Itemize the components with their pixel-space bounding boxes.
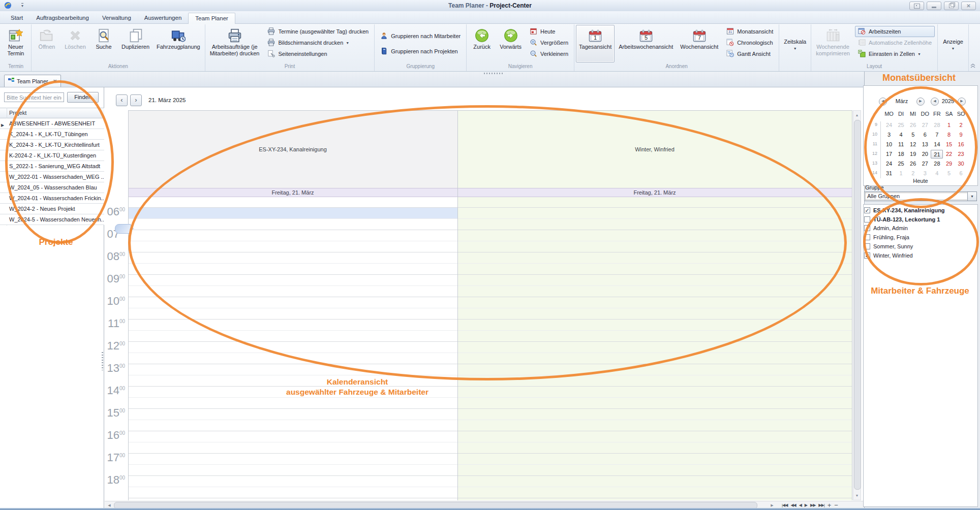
- resource-checkbox[interactable]: [864, 225, 870, 231]
- arbeitsauftr-ge-je-mitarbeiter-drucken-button[interactable]: Arbeitsaufträge (jeMitarbeiter) drucken: [207, 25, 263, 62]
- resource-row[interactable]: Sommer, Sunny: [864, 242, 977, 251]
- vscroll-thumb[interactable]: [854, 120, 861, 490]
- navigator-button[interactable]: ◀◀: [790, 503, 795, 507]
- project-row[interactable]: K_2024-1 - K_LK-TÜ_Tübingen: [0, 129, 104, 140]
- calendar-day-cell[interactable]: 9: [955, 131, 967, 139]
- automatische-zellenh-he-button[interactable]: Automatische Zellenhöhe: [855, 37, 935, 48]
- resource-header-employee[interactable]: Winter, Winfried: [457, 110, 852, 188]
- resource-checkbox[interactable]: [864, 216, 870, 222]
- calendar-vscrollbar[interactable]: ▲ ▼: [853, 110, 861, 500]
- screenshot-button[interactable]: [909, 2, 924, 10]
- resource-checkbox[interactable]: ✓: [864, 252, 870, 259]
- navigator-button[interactable]: ◀: [799, 503, 802, 507]
- calendar-day-cell[interactable]: 1: [943, 121, 955, 130]
- panel-splitter-grip[interactable]: [102, 352, 103, 370]
- collapse-ribbon-icon[interactable]: [969, 62, 976, 68]
- calendar-day-cell[interactable]: 25: [895, 121, 907, 130]
- arbeitszeiten-button[interactable]: Arbeitszeiten: [855, 26, 935, 37]
- ribbon-tab-verwaltung[interactable]: Verwaltung: [96, 13, 138, 23]
- resource-row[interactable]: Admin, Admin: [864, 224, 977, 233]
- scroll-up-icon[interactable]: ▲: [853, 111, 861, 119]
- calendar-day-cell[interactable]: 6: [919, 131, 931, 139]
- project-row[interactable]: W_2022-01 - Wasserschaden_WEG ...: [0, 172, 104, 182]
- find-button[interactable]: Finden: [67, 92, 99, 103]
- calendar-day-cell[interactable]: 11: [895, 140, 907, 149]
- ribbon-tab-auftragsbearbeitung[interactable]: Auftragsbearbeitung: [29, 13, 96, 23]
- seiteneinstellungen-button[interactable]: Seiteneinstellungen: [264, 48, 372, 59]
- calendar-day-cell[interactable]: 3: [919, 169, 931, 178]
- project-row[interactable]: K_2024-3 - K_LK-TÜ_Kirchtellinsfurt: [0, 140, 104, 150]
- resource-row[interactable]: Frühling, Fraja: [864, 233, 977, 242]
- monatsansicht-button[interactable]: 31Monatsansicht: [723, 26, 776, 37]
- calendar-day-cell[interactable]: 14: [931, 140, 943, 149]
- calendar-day-cell[interactable]: 28: [931, 160, 943, 168]
- resource-checkbox[interactable]: [864, 234, 870, 240]
- group-filter-combobox[interactable]: Alle Gruppen ▼: [864, 192, 977, 201]
- calendar-day-cell[interactable]: 23: [955, 150, 967, 158]
- gantt-ansicht-button[interactable]: Gantt Ansicht: [723, 48, 776, 59]
- calendar-day-cell[interactable]: 2: [907, 169, 919, 178]
- calendar-day-cell[interactable]: 10: [883, 140, 895, 149]
- calendar-day-cell[interactable]: 17: [883, 150, 895, 158]
- project-column-header[interactable]: Projekt: [0, 108, 104, 118]
- navigator-button[interactable]: ▶▶|: [818, 503, 824, 507]
- calendar-day-cell[interactable]: 31: [883, 169, 895, 178]
- calendar-column-vehicle[interactable]: [128, 197, 457, 500]
- calendar-day-cell[interactable]: 21: [931, 150, 943, 158]
- time-marker-flag[interactable]: [115, 224, 131, 234]
- chevron-down-icon[interactable]: ▼: [967, 192, 976, 201]
- day-header-vehicle[interactable]: Freitag, 21. März: [128, 188, 457, 197]
- zur-ck-button[interactable]: Zurück: [468, 25, 496, 62]
- resource-row[interactable]: ✓Winter, Winfried: [864, 251, 977, 260]
- restore-button[interactable]: [944, 2, 959, 10]
- resource-row[interactable]: ✓ES-XY-234, Kanalreinigung: [864, 206, 977, 215]
- calendar-next-button[interactable]: ›: [130, 94, 142, 106]
- day-header-employee[interactable]: Freitag, 21. März: [457, 188, 852, 197]
- calendar-day-cell[interactable]: 24: [883, 121, 895, 130]
- vorw-rts-button[interactable]: Vorwärts: [497, 25, 525, 62]
- anzeige-button[interactable]: Anzeige▼: [939, 25, 967, 62]
- calendar-prev-button[interactable]: ‹: [116, 94, 128, 106]
- gruppieren-nach-mitarbeiter-button[interactable]: Gruppieren nach Mitarbeiter: [377, 30, 464, 42]
- calendar-day-cell[interactable]: 5: [907, 131, 919, 139]
- calendar-day-cell[interactable]: 27: [919, 160, 931, 168]
- duplizieren-button[interactable]: Duplizieren: [118, 25, 152, 62]
- close-button[interactable]: ✕: [961, 2, 976, 10]
- calendar-day-cell[interactable]: 15: [943, 140, 955, 149]
- calendar-day-cell[interactable]: 7: [931, 131, 943, 139]
- chronologisch-button[interactable]: Chronologisch: [723, 37, 776, 48]
- calendar-day-cell[interactable]: 5: [943, 169, 955, 178]
- wochenansicht-button[interactable]: 7Wochenansicht: [677, 25, 721, 62]
- project-row[interactable]: ▶ABWESENHEIT - ABWESENHEIT: [0, 118, 104, 129]
- calendar-day-cell[interactable]: 20: [919, 150, 931, 158]
- bildschirmansicht-drucken-button[interactable]: Bildschirmansicht drucken▼: [264, 37, 372, 48]
- calendar-day-cell[interactable]: 26: [907, 121, 919, 130]
- zeitskala-button[interactable]: Zeitskala▼: [781, 25, 809, 62]
- resource-checkbox[interactable]: ✓: [864, 207, 870, 213]
- calendar-day-cell[interactable]: 16: [955, 140, 967, 149]
- vergr-ern-button[interactable]: Vergrößern: [527, 37, 571, 48]
- calendar-day-cell[interactable]: 2: [955, 121, 967, 130]
- project-row[interactable]: W_2024_05 - Wasserschaden Blau: [0, 182, 104, 193]
- resource-row[interactable]: TÜ-AB-123, Leckortung 1: [864, 215, 977, 224]
- calendar-day-cell[interactable]: 19: [907, 150, 919, 158]
- project-row[interactable]: W_2024-01 - Wasserschaden Frickin...: [0, 193, 104, 204]
- calendar-day-cell[interactable]: 27: [919, 121, 931, 130]
- resource-checkbox[interactable]: [864, 243, 870, 249]
- ffnen-button[interactable]: Öffnen: [33, 25, 60, 62]
- doc-tab-team-planer[interactable]: Team Planer ✕: [4, 75, 61, 87]
- calendar-day-cell[interactable]: 30: [955, 160, 967, 168]
- calendar-day-cell[interactable]: 8: [943, 131, 955, 139]
- navigator-button[interactable]: |◀◀: [782, 503, 787, 507]
- neuer-termin-button[interactable]: NeuerTermin: [2, 25, 29, 62]
- arbeitswochenansicht-button[interactable]: 5Arbeitswochenansicht: [616, 25, 676, 62]
- close-tab-icon[interactable]: ✕: [53, 79, 57, 84]
- month-next-icon[interactable]: ▶: [916, 98, 925, 106]
- calendar-day-cell[interactable]: 4: [895, 131, 907, 139]
- minimize-button[interactable]: [927, 2, 941, 10]
- calendar-day-cell[interactable]: 6: [955, 169, 967, 178]
- einrasten-in-zellen-button[interactable]: Einrasten in Zellen▼: [855, 48, 935, 59]
- calendar-day-cell[interactable]: 29: [943, 160, 955, 168]
- calendar-column-employee[interactable]: [457, 197, 852, 500]
- calendar-day-cell[interactable]: 4: [931, 169, 943, 178]
